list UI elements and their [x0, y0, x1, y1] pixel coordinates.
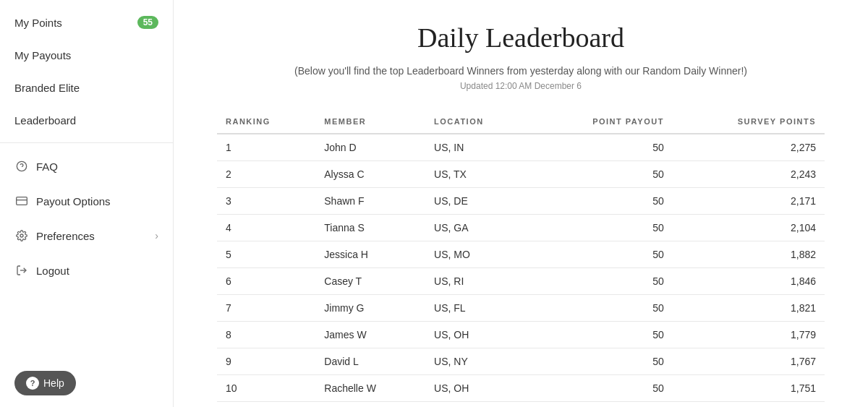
leaderboard-table: RANKING MEMBER LOCATION POINT PAYOUT SUR… — [217, 111, 825, 407]
chevron-right-icon: › — [155, 230, 158, 241]
cell-location: US, OH — [425, 375, 532, 402]
cell-rank: 10 — [217, 375, 315, 402]
cell-location: US, NY — [425, 348, 532, 375]
svg-point-4 — [20, 234, 23, 237]
col-point-payout: POINT PAYOUT — [532, 111, 673, 134]
cell-member: Alyssa C — [315, 161, 425, 188]
sidebar-item-label: Leaderboard — [14, 114, 76, 127]
cell-survey-points: 1,846 — [673, 268, 825, 295]
logout-icon — [14, 263, 29, 278]
cell-location: US, IN — [425, 134, 532, 161]
sidebar-item-faq[interactable]: FAQ — [0, 149, 173, 184]
sidebar-item-preferences[interactable]: Preferences › — [0, 218, 173, 253]
sidebar-item-label: Logout — [36, 265, 69, 277]
cell-survey-points: 1,779 — [673, 322, 825, 348]
cell-location: US, DE — [425, 188, 532, 215]
cell-member: Jimmy G — [315, 295, 425, 322]
cell-rank: ◆ — [217, 402, 315, 408]
table-row: 7Jimmy GUS, FL501,821 — [217, 295, 825, 322]
cell-point-payout: 50 — [532, 241, 673, 268]
cell-location: US, GA — [425, 215, 532, 241]
sidebar-nav: My Points 55 My Payouts Branded Elite Le… — [0, 0, 173, 359]
sidebar-item-my-points[interactable]: My Points 55 — [0, 6, 173, 39]
table-row: 10Rachelle WUS, OH501,751 — [217, 375, 825, 402]
cell-location: US, FL — [425, 295, 532, 322]
sidebar-item-my-payouts[interactable]: My Payouts — [0, 39, 173, 72]
cell-rank: 1 — [217, 134, 315, 161]
cell-point-payout: 50 — [532, 402, 673, 408]
main-content: Daily Leaderboard (Below you'll find the… — [174, 0, 868, 407]
cell-rank: 4 — [217, 215, 315, 241]
table-row: 6Casey TUS, RI501,846 — [217, 268, 825, 295]
cell-point-payout: 50 — [532, 348, 673, 375]
cell-location: US, MO — [425, 241, 532, 268]
cell-survey-points: 1,882 — [673, 241, 825, 268]
cell-survey-points: 1,599 — [673, 402, 825, 408]
cell-rank: 5 — [217, 241, 315, 268]
col-survey-points: SURVEY POINTS — [673, 111, 825, 134]
cell-point-payout: 50 — [532, 375, 673, 402]
subtitle: (Below you'll find the top Leaderboard W… — [217, 65, 825, 77]
page-title: Daily Leaderboard — [217, 22, 825, 53]
credit-card-icon — [14, 194, 29, 208]
sidebar-bottom: ? Help — [0, 359, 173, 407]
sidebar-item-branded-elite[interactable]: Branded Elite — [0, 72, 173, 104]
cell-survey-points: 1,751 — [673, 375, 825, 402]
cell-survey-points: 2,243 — [673, 161, 825, 188]
gear-icon — [14, 228, 29, 243]
cell-location: US, RI — [425, 268, 532, 295]
col-member: MEMBER — [315, 111, 425, 134]
cell-location: US, OH — [425, 322, 532, 348]
help-icon: ? — [26, 377, 39, 390]
leaderboard-body: 1John DUS, IN502,2752Alyssa CUS, TX502,2… — [217, 134, 825, 407]
updated-text: Updated 12:00 AM December 6 — [217, 81, 825, 91]
cell-member: Paula B — [315, 402, 425, 408]
cell-rank: 2 — [217, 161, 315, 188]
sidebar-item-label: FAQ — [36, 160, 58, 173]
sidebar-item-payout-options[interactable]: Payout Options — [0, 184, 173, 218]
cell-rank: 9 — [217, 348, 315, 375]
sidebar-divider — [0, 142, 173, 143]
cell-point-payout: 50 — [532, 161, 673, 188]
help-label: Help — [43, 377, 64, 389]
table-row: 4Tianna SUS, GA502,104 — [217, 215, 825, 241]
cell-point-payout: 50 — [532, 322, 673, 348]
cell-member: Jessica H — [315, 241, 425, 268]
sidebar-item-label: My Points — [14, 17, 62, 29]
cell-member: Tianna S — [315, 215, 425, 241]
cell-rank: 6 — [217, 268, 315, 295]
cell-point-payout: 50 — [532, 134, 673, 161]
cell-member: Shawn F — [315, 188, 425, 215]
sidebar-item-label: Branded Elite — [14, 82, 80, 94]
table-row: 1John DUS, IN502,275 — [217, 134, 825, 161]
cell-point-payout: 50 — [532, 188, 673, 215]
sidebar-item-label: Preferences — [36, 230, 95, 242]
cell-member: David L — [315, 348, 425, 375]
cell-rank: 8 — [217, 322, 315, 348]
table-row: 3Shawn FUS, DE502,171 — [217, 188, 825, 215]
faq-icon — [14, 159, 29, 173]
sidebar-item-logout[interactable]: Logout — [0, 253, 173, 288]
cell-rank: 3 — [217, 188, 315, 215]
cell-member: James W — [315, 322, 425, 348]
col-ranking: RANKING — [217, 111, 315, 134]
table-row: ◆Paula BUS, NC501,599 — [217, 402, 825, 408]
cell-location: US, NC — [425, 402, 532, 408]
cell-point-payout: 50 — [532, 295, 673, 322]
sidebar-item-leaderboard[interactable]: Leaderboard — [0, 104, 173, 137]
sidebar-item-label: Payout Options — [36, 195, 111, 207]
points-badge: 55 — [137, 16, 158, 29]
cell-location: US, TX — [425, 161, 532, 188]
cell-survey-points: 2,171 — [673, 188, 825, 215]
help-button[interactable]: ? Help — [14, 371, 76, 395]
cell-member: Rachelle W — [315, 375, 425, 402]
cell-survey-points: 1,821 — [673, 295, 825, 322]
table-header-row: RANKING MEMBER LOCATION POINT PAYOUT SUR… — [217, 111, 825, 134]
cell-member: John D — [315, 134, 425, 161]
cell-survey-points: 2,275 — [673, 134, 825, 161]
cell-survey-points: 1,767 — [673, 348, 825, 375]
col-location: LOCATION — [425, 111, 532, 134]
table-row: 8James WUS, OH501,779 — [217, 322, 825, 348]
cell-member: Casey T — [315, 268, 425, 295]
svg-rect-2 — [17, 197, 27, 205]
